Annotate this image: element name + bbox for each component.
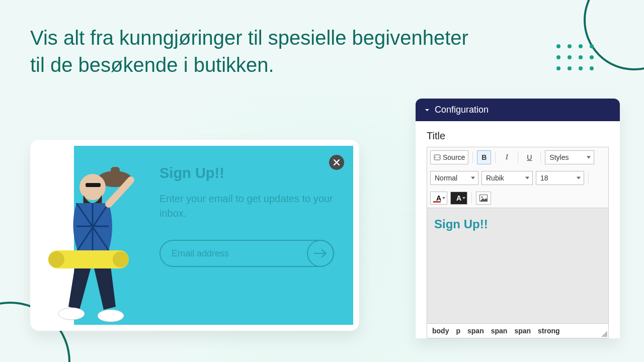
toolbar-separator xyxy=(588,172,589,184)
headline-line1: Vis alt fra kunngjøringer til spesielle … xyxy=(30,24,468,51)
configuration-panel: Configuration Title Source B I U Styles xyxy=(416,99,620,338)
config-header[interactable]: Configuration xyxy=(416,99,620,121)
svg-point-8 xyxy=(113,251,129,267)
toolbar-separator xyxy=(495,152,496,163)
size-label: 18 xyxy=(540,174,548,182)
styles-label: Styles xyxy=(549,153,569,161)
format-label: Normal xyxy=(435,174,457,182)
svg-point-5 xyxy=(98,310,124,322)
font-label: Rubik xyxy=(486,174,504,182)
image-button[interactable] xyxy=(476,192,491,205)
caret-down-icon xyxy=(425,108,430,113)
editor-toolbar: Source B I U Styles Normal xyxy=(427,147,609,208)
close-button[interactable] xyxy=(329,155,344,170)
popup-subtitle: Enter your email to get updates to your … xyxy=(159,192,334,221)
close-icon xyxy=(333,159,340,166)
text-color-button[interactable]: A xyxy=(430,192,447,205)
format-select[interactable]: Normal xyxy=(430,171,478,185)
breadcrumb-item[interactable]: body xyxy=(432,327,449,335)
config-header-label: Configuration xyxy=(435,105,489,115)
svg-point-11 xyxy=(481,197,483,198)
svg-point-4 xyxy=(58,308,85,320)
toolbar-separator xyxy=(471,193,472,204)
popup-preview-card: Sign Up!! Enter your email to get update… xyxy=(30,140,359,331)
submit-button[interactable] xyxy=(307,240,334,267)
chevron-down-icon xyxy=(462,197,465,199)
chevron-down-icon xyxy=(442,197,445,199)
title-label: Title xyxy=(427,130,609,142)
bg-color-button[interactable]: A xyxy=(450,192,467,205)
element-breadcrumb: body p span span span strong xyxy=(427,324,609,338)
chevron-down-icon xyxy=(525,177,529,179)
svg-rect-1 xyxy=(111,167,120,180)
chevron-down-icon xyxy=(577,177,581,179)
toolbar-separator xyxy=(472,152,473,163)
svg-rect-3 xyxy=(86,183,101,187)
chevron-down-icon xyxy=(587,156,591,159)
size-select[interactable]: 18 xyxy=(536,171,584,185)
editor-content[interactable]: Sign Up!! xyxy=(427,208,609,324)
image-icon xyxy=(479,195,488,202)
headline-line2: til de besøkende i butikken. xyxy=(30,51,468,78)
italic-button[interactable]: I xyxy=(500,150,514,164)
chevron-down-icon xyxy=(471,177,475,179)
bold-button[interactable]: B xyxy=(477,150,491,164)
editor-preview-title: Sign Up!! xyxy=(434,217,601,231)
breadcrumb-item[interactable]: strong xyxy=(538,327,560,335)
source-label: Source xyxy=(443,153,465,161)
breadcrumb-item[interactable]: span xyxy=(491,327,508,335)
arrow-right-icon xyxy=(314,249,327,258)
toolbar-separator xyxy=(518,152,518,163)
svg-point-7 xyxy=(48,251,64,267)
source-button[interactable]: Source xyxy=(430,150,468,164)
underline-button[interactable]: U xyxy=(522,150,536,164)
breadcrumb-item[interactable]: span xyxy=(467,327,484,335)
source-icon xyxy=(434,154,441,161)
styles-select[interactable]: Styles xyxy=(545,150,594,164)
breadcrumb-item[interactable]: p xyxy=(456,327,460,335)
person-illustration xyxy=(44,156,158,326)
decorative-dots xyxy=(556,44,594,70)
headline: Vis alt fra kunngjøringer til spesielle … xyxy=(30,24,468,78)
font-select[interactable]: Rubik xyxy=(481,171,533,185)
resize-handle[interactable] xyxy=(601,331,607,337)
toolbar-separator xyxy=(540,152,541,163)
popup-title: Sign Up!! xyxy=(159,165,334,182)
breadcrumb-item[interactable]: span xyxy=(514,327,531,335)
